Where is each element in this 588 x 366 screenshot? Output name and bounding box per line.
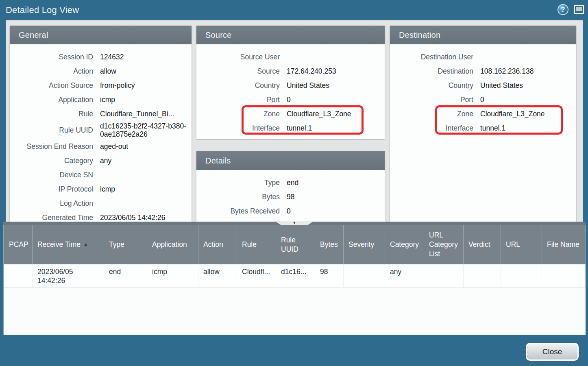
field-label: IP Protocol (10, 185, 93, 194)
help-icon[interactable]: ? (558, 4, 568, 15)
destination-panel: Destination Destination User Destination… (390, 26, 576, 222)
panel-table-splitter[interactable]: ▼ (3, 222, 586, 225)
sort-ascending-icon: ▲ (83, 242, 88, 248)
field-label: Country (196, 81, 280, 90)
close-button[interactable]: Close (526, 343, 579, 361)
field-row-source-port: Port 0 (196, 93, 385, 107)
field-value (480, 56, 576, 59)
titlebar: Detailed Log View ? (0, 0, 588, 20)
cell-bytes: 98 (315, 264, 344, 287)
field-label: Interface (196, 124, 280, 133)
field-value: Cloudflare_L3_Zone (480, 109, 576, 120)
collapse-arrow-icon: ▼ (293, 221, 296, 225)
field-label: Country (390, 81, 473, 90)
field-row-action: Action allow (10, 64, 192, 78)
source-panel-header: Source (196, 26, 385, 44)
field-value: any (100, 156, 192, 166)
field-value: aged-out (100, 142, 192, 152)
general-panel-body: Session ID 124632 Action allow Action So… (10, 44, 192, 222)
col-header-action[interactable]: Action (198, 225, 237, 264)
field-value: Cloudflare_Tunnel_Bi... (100, 109, 192, 120)
cell-rule: Cloudfl... (237, 264, 276, 287)
field-value: 172.64.240.253 (287, 66, 385, 77)
col-header-file-name[interactable]: File Name (542, 225, 586, 264)
field-row-destination-country: Country United States (390, 78, 576, 93)
field-value: Cloudflare_L3_Zone (287, 109, 385, 120)
field-value: United States (480, 81, 576, 91)
cell-url (501, 264, 542, 287)
field-label: Bytes Received (196, 207, 280, 216)
maximize-icon[interactable] (574, 5, 584, 14)
field-value: United States (287, 81, 385, 91)
col-header-verdict[interactable]: Verdict (464, 225, 501, 264)
col-header-severity[interactable]: Severity (344, 225, 385, 264)
cell-pcap (4, 264, 33, 287)
field-row-log-action: Log Action (10, 196, 192, 211)
field-row-source-zone: Zone Cloudflare_L3_Zone (196, 107, 385, 121)
field-value (287, 56, 385, 59)
field-row-destination-user: Destination User (390, 50, 576, 64)
field-row-action-source: Action Source from-policy (10, 78, 192, 93)
col-header-url[interactable]: URL (501, 225, 542, 264)
field-label: Bytes (196, 193, 280, 201)
field-value: 2023/06/05 14:42:26 (100, 213, 192, 222)
field-row-source-interface: Interface tunnel.1 (196, 121, 385, 135)
field-row-generated-time: Generated Time 2023/06/05 14:42:26 (10, 211, 192, 222)
cell-receive-time: 2023/06/05 14:42:26 (33, 264, 104, 287)
field-value: from-policy (100, 81, 192, 91)
cell-url-category-list (424, 264, 464, 287)
col-header-pcap[interactable]: PCAP (4, 225, 33, 264)
field-label: Destination (390, 67, 473, 76)
field-value: 108.162.236.138 (480, 66, 576, 77)
col-header-type[interactable]: Type (104, 225, 147, 264)
destination-panel-body: Destination User Destination 108.162.236… (390, 44, 576, 135)
cell-category: any (385, 264, 424, 287)
col-header-rule-uuid[interactable]: Rule UUID (276, 225, 315, 264)
field-row-destination-zone: Zone Cloudflare_L3_Zone (390, 107, 576, 121)
col-header-bytes[interactable]: Bytes (315, 225, 344, 264)
field-row-destination-interface: Interface tunnel.1 (390, 121, 576, 135)
field-value (100, 203, 192, 205)
field-row-bytes-received: Bytes Received 0 (196, 204, 385, 218)
field-label: Interface (390, 124, 473, 133)
field-label: Session End Reason (10, 142, 93, 151)
field-row-source-user: Source User (196, 50, 385, 64)
destination-panel-header: Destination (390, 26, 576, 44)
field-label: Source User (196, 53, 280, 61)
field-label: Zone (196, 110, 280, 118)
col-header-category[interactable]: Category (385, 225, 424, 264)
field-label: Session ID (10, 53, 93, 61)
splitter-collapse-handle[interactable]: ▼ (274, 221, 314, 225)
field-row-session-id: Session ID 124632 (10, 50, 192, 64)
field-value: icmp (100, 95, 192, 105)
field-row-rule: Rule Cloudflare_Tunnel_Bi... (10, 107, 192, 121)
field-label: Zone (390, 110, 473, 118)
col-header-rule[interactable]: Rule (237, 225, 276, 264)
field-label: Rule (10, 110, 93, 118)
field-label: Port (196, 96, 280, 104)
field-value: 124632 (100, 52, 192, 63)
cell-severity (344, 264, 385, 287)
field-row-type: Type end (196, 176, 385, 190)
field-value: allow (100, 66, 192, 77)
general-panel: General Session ID 124632 Action allow A… (10, 26, 192, 222)
log-table-header: PCAP Receive Time▲ Type Application Acti… (4, 225, 586, 264)
cell-application: icmp (147, 264, 198, 287)
col-header-receive-time[interactable]: Receive Time▲ (33, 225, 104, 264)
details-panel-header: Details (196, 151, 385, 170)
field-label: Port (390, 96, 473, 104)
field-value: tunnel.1 (480, 123, 576, 134)
log-table-row[interactable]: 2023/06/05 14:42:26 end icmp allow Cloud… (4, 264, 586, 288)
cell-rule-uuid: d1c16... (276, 264, 315, 287)
details-panel: Details Type end Bytes 98 Bytes Received… (196, 151, 385, 222)
field-label: Source (196, 67, 280, 76)
cell-type: end (104, 264, 147, 287)
col-header-url-category-list[interactable]: URL Category List (424, 225, 464, 264)
field-label: Category (10, 157, 93, 165)
log-table: PCAP Receive Time▲ Type Application Acti… (3, 225, 586, 335)
cell-file-name (542, 264, 586, 287)
field-label: Action (10, 67, 93, 76)
col-header-application[interactable]: Application (147, 225, 198, 264)
field-label: Rule UUID (10, 126, 93, 135)
field-label: Type (196, 179, 280, 187)
